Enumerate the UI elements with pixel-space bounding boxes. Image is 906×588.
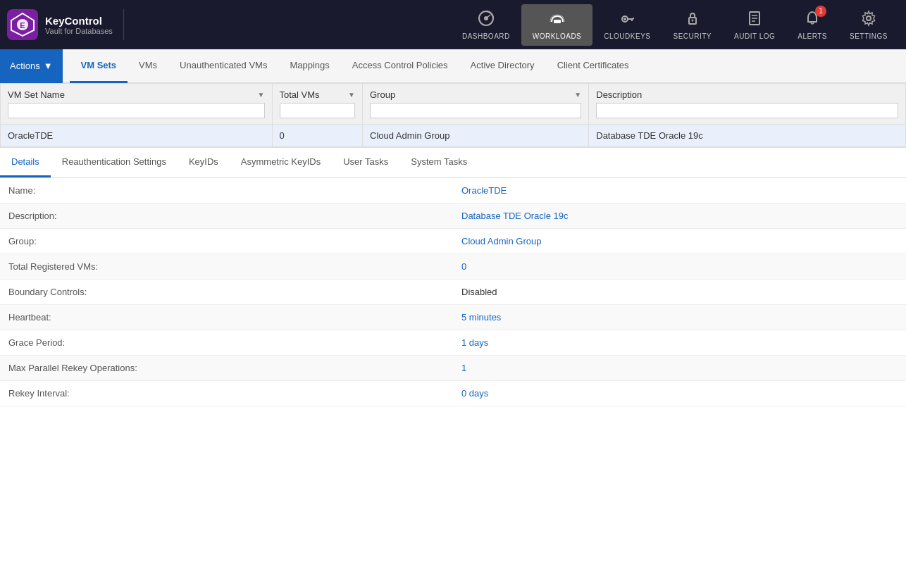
filter-vm-set-name[interactable] <box>8 103 265 118</box>
workloads-label: WORKLOADS <box>533 32 582 40</box>
filter-total-vms[interactable] <box>280 103 356 118</box>
nav-icons: DASHBOARD WORKLOADS <box>451 4 899 46</box>
label-rekey-interval: Rekey Interval: <box>0 382 453 404</box>
alerts-label: ALERTS <box>798 32 827 40</box>
entrust-logo: E <box>7 9 38 40</box>
filter-group[interactable] <box>370 103 581 118</box>
value-heartbeat: 5 minutes <box>453 306 906 328</box>
settings-label: SETTINGS <box>850 32 888 40</box>
svg-text:E: E <box>20 21 25 30</box>
detail-row-max-parallel: Max Parallel Rekey Operations: 1 <box>0 356 906 381</box>
auditlog-icon <box>746 10 763 30</box>
security-label: SECURITY <box>673 32 712 40</box>
lower-tabs: Details Reauthentication Settings KeyIDs… <box>0 148 906 178</box>
nav-dashboard[interactable]: DASHBOARD <box>451 4 521 46</box>
detail-row-total-registered: Total Registered VMs: 0 <box>0 254 906 280</box>
label-group: Group: <box>0 230 453 252</box>
tab-bar: VM Sets VMs Unauthenticated VMs Mappings… <box>70 49 640 83</box>
actions-chevron-icon: ▼ <box>44 61 53 71</box>
label-heartbeat: Heartbeat: <box>0 306 453 328</box>
security-icon <box>684 10 701 30</box>
detail-row-description: Description: Database TDE Oracle 19c <box>0 204 906 229</box>
value-total-registered: 0 <box>453 256 906 277</box>
cloudkeys-icon <box>619 10 635 30</box>
nav-settings[interactable]: SETTINGS <box>838 4 899 46</box>
detail-row-grace-period: Grace Period: 1 days <box>0 330 906 356</box>
nav-cloudkeys[interactable]: CLOUDKEYS <box>592 4 662 46</box>
svg-point-14 <box>691 19 693 21</box>
sort-icon-vmname: ▼ <box>258 91 265 99</box>
tab-mappings[interactable]: Mappings <box>278 49 340 83</box>
value-name: OracleTDE <box>453 180 906 201</box>
col-header-group: Group ▼ <box>363 84 589 125</box>
dashboard-label: DASHBOARD <box>462 32 510 40</box>
label-description: Description: <box>0 205 453 227</box>
detail-row-boundary-controls: Boundary Controls: Disabled <box>0 280 906 305</box>
value-group: Cloud Admin Group <box>453 230 906 252</box>
label-max-parallel: Max Parallel Rekey Operations: <box>0 357 453 379</box>
auditlog-label: AUDIT LOG <box>734 32 775 40</box>
svg-point-12 <box>623 18 626 20</box>
alerts-badge: 1 <box>815 6 826 17</box>
tab-vms[interactable]: VMs <box>128 49 168 83</box>
cell-group: Cloud Admin Group <box>363 125 589 147</box>
sort-icon-total: ▼ <box>348 91 355 99</box>
workloads-icon <box>549 10 566 30</box>
nav-workloads[interactable]: WORKLOADS <box>521 4 593 46</box>
label-boundary-controls: Boundary Controls: <box>0 281 453 303</box>
top-nav: E KeyControl Vault for Databases DASHBOA… <box>0 0 906 49</box>
nav-alerts[interactable]: 1 ALERTS <box>786 4 838 46</box>
cell-description: Database TDE Oracle 19c <box>589 125 906 147</box>
lower-tab-user-tasks[interactable]: User Tasks <box>332 148 399 177</box>
dashboard-icon <box>478 10 495 30</box>
settings-icon <box>860 10 877 30</box>
value-boundary-controls: Disabled <box>453 281 906 303</box>
tab-access-control[interactable]: Access Control Policies <box>341 49 459 83</box>
value-max-parallel: 1 <box>453 357 906 379</box>
lower-tab-keyids[interactable]: KeyIDs <box>178 148 230 177</box>
table-row[interactable]: OracleTDE 0 Cloud Admin Group Database T… <box>1 125 906 147</box>
lower-tab-system-tasks[interactable]: System Tasks <box>399 148 478 177</box>
label-name: Name: <box>0 180 453 201</box>
tab-vm-sets[interactable]: VM Sets <box>70 49 128 83</box>
tab-active-directory[interactable]: Active Directory <box>459 49 546 83</box>
alerts-icon-wrap: 1 <box>804 10 821 30</box>
value-rekey-interval: 0 days <box>453 382 906 404</box>
brand-title: KeyControl <box>45 15 113 27</box>
actions-label: Actions <box>10 61 40 71</box>
value-grace-period: 1 days <box>453 332 906 354</box>
detail-row-rekey-interval: Rekey Interval: 0 days <box>0 381 906 406</box>
lower-panel: Details Reauthentication Settings KeyIDs… <box>0 148 906 406</box>
lower-tab-reauthentication[interactable]: Reauthentication Settings <box>51 148 178 177</box>
cell-total-vms: 0 <box>272 125 363 147</box>
brand-subtitle: Vault for Databases <box>45 27 113 35</box>
detail-row-group: Group: Cloud Admin Group <box>0 229 906 254</box>
details-section: Name: OracleTDE Description: Database TD… <box>0 178 906 406</box>
cloudkeys-label: CLOUDKEYS <box>604 32 650 40</box>
sort-icon-group: ▼ <box>574 91 581 99</box>
value-description: Database TDE Oracle 19c <box>453 205 906 227</box>
lower-tab-asymmetric-keyids[interactable]: Asymmetric KeyIDs <box>230 148 332 177</box>
tab-client-certs[interactable]: Client Certificates <box>546 49 640 83</box>
col-header-description: Description <box>589 84 906 125</box>
vm-sets-table: VM Set Name ▼ Total VMs ▼ Group ▼ <box>0 83 906 147</box>
nav-auditlog[interactable]: AUDIT LOG <box>723 4 786 46</box>
cell-vm-set-name: OracleTDE <box>1 125 273 147</box>
detail-row-heartbeat: Heartbeat: 5 minutes <box>0 305 906 330</box>
lower-tab-details[interactable]: Details <box>0 148 51 177</box>
label-grace-period: Grace Period: <box>0 332 453 354</box>
label-total-registered: Total Registered VMs: <box>0 256 453 277</box>
toolbar: Actions ▼ VM Sets VMs Unauthenticated VM… <box>0 49 906 83</box>
nav-security[interactable]: SECURITY <box>662 4 723 46</box>
brand: E KeyControl Vault for Databases <box>7 9 124 40</box>
actions-button[interactable]: Actions ▼ <box>0 49 63 83</box>
filter-description[interactable] <box>596 103 898 118</box>
detail-row-name: Name: OracleTDE <box>0 178 906 204</box>
svg-rect-7 <box>554 20 561 23</box>
svg-point-19 <box>867 16 871 20</box>
table-area: VM Set Name ▼ Total VMs ▼ Group ▼ <box>0 83 906 148</box>
col-header-vm-set-name: VM Set Name ▼ <box>1 84 273 125</box>
tab-unauthenticated-vms[interactable]: Unauthenticated VMs <box>168 49 278 83</box>
brand-text: KeyControl Vault for Databases <box>45 15 113 35</box>
col-header-total-vms: Total VMs ▼ <box>272 84 363 125</box>
